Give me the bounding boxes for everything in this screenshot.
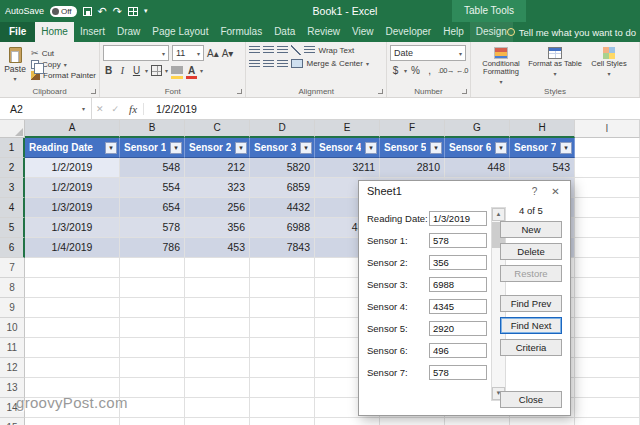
grid-cell-C11[interactable] — [185, 338, 250, 358]
select-all-corner[interactable] — [0, 120, 25, 138]
grid-cell-B9[interactable] — [120, 298, 185, 318]
bold-button[interactable]: B — [103, 65, 114, 76]
dialog-button-restore[interactable]: Restore — [500, 265, 562, 282]
dialog-field-input-sensor-1[interactable] — [429, 233, 487, 248]
dialog-launcher-icon[interactable] — [91, 89, 96, 94]
grid-cell-C4[interactable]: 256 — [185, 198, 250, 218]
comma-style-button[interactable]: , — [424, 65, 435, 76]
orientation-button[interactable] — [291, 45, 301, 55]
grid-cell-A10[interactable] — [25, 318, 120, 338]
tab-developer[interactable]: Developer — [380, 22, 438, 42]
table-header-cell-C1[interactable]: Sensor 2▾ — [185, 138, 250, 158]
grid-cell-C7[interactable] — [185, 258, 250, 278]
cell-styles-button[interactable]: Cell Styles ▾ — [582, 45, 636, 85]
align-bottom-icon[interactable] — [277, 46, 288, 54]
grid-cell-B5[interactable]: 578 — [120, 218, 185, 238]
grid-cell-C13[interactable] — [185, 378, 250, 398]
percent-style-button[interactable]: % — [410, 65, 421, 76]
dialog-button-criteria[interactable]: Criteria — [500, 339, 562, 356]
grid-cell-I5[interactable] — [575, 218, 640, 238]
dialog-field-input-sensor-3[interactable] — [429, 277, 487, 292]
row-header-6[interactable]: 6 — [0, 238, 25, 258]
grid-cell-B3[interactable]: 554 — [120, 178, 185, 198]
grid-cell-B2[interactable]: 548 — [120, 158, 185, 178]
dialog-button-find-prev[interactable]: Find Prev — [500, 295, 562, 312]
grid-cell-D7[interactable] — [250, 258, 315, 278]
grid-cell-C15[interactable] — [185, 418, 250, 425]
grid-cell-C14[interactable] — [185, 398, 250, 418]
grid-cell-I1[interactable] — [575, 138, 640, 158]
tab-review[interactable]: Review — [301, 22, 346, 42]
grid-cell-A5[interactable]: 1/3/2019 — [25, 218, 120, 238]
filter-dropdown-icon[interactable]: ▾ — [235, 142, 247, 154]
grid-cell-C12[interactable] — [185, 358, 250, 378]
grid-cell-C2[interactable]: 212 — [185, 158, 250, 178]
align-top-icon[interactable] — [249, 46, 260, 54]
dialog-button-delete[interactable]: Delete — [500, 243, 562, 260]
row-header-10[interactable]: 10 — [0, 318, 25, 338]
column-header-B[interactable]: B — [120, 120, 185, 138]
filter-dropdown-icon[interactable]: ▾ — [495, 142, 507, 154]
dialog-field-input-sensor-6[interactable] — [429, 343, 487, 358]
grid-cell-D15[interactable] — [250, 418, 315, 425]
grid-cell-D13[interactable] — [250, 378, 315, 398]
grid-cell-B8[interactable] — [120, 278, 185, 298]
name-box[interactable]: A2 ▾ — [0, 98, 92, 120]
grid-cell-I4[interactable] — [575, 198, 640, 218]
grid-cell-C5[interactable]: 356 — [185, 218, 250, 238]
accounting-format-button[interactable]: $ — [390, 65, 401, 76]
grid-cell-B4[interactable]: 654 — [120, 198, 185, 218]
grid-cell-B7[interactable] — [120, 258, 185, 278]
row-header-12[interactable]: 12 — [0, 358, 25, 378]
grid-cell-A3[interactable]: 1/2/2019 — [25, 178, 120, 198]
align-right-icon[interactable] — [277, 60, 288, 68]
tab-view[interactable]: View — [346, 22, 380, 42]
row-header-4[interactable]: 4 — [0, 198, 25, 218]
row-header-2[interactable]: 2 — [0, 158, 25, 178]
dialog-field-input-sensor-7[interactable] — [429, 365, 487, 380]
column-header-H[interactable]: H — [510, 120, 575, 138]
font-color-button[interactable]: A — [186, 65, 197, 76]
grid-cell-G2[interactable]: 448 — [445, 158, 510, 178]
column-header-I[interactable]: I — [575, 120, 640, 138]
autosave-toggle[interactable]: Off — [50, 6, 77, 17]
grid-cell-I15[interactable] — [575, 418, 640, 425]
grid-cell-E2[interactable]: 3211 — [315, 158, 380, 178]
merge-center-button[interactable]: Merge & Center ▾ — [291, 59, 368, 68]
table-header-cell-B1[interactable]: Sensor 1▾ — [120, 138, 185, 158]
grid-cell-D10[interactable] — [250, 318, 315, 338]
row-header-15[interactable]: 15 — [0, 418, 25, 425]
grid-cell-C8[interactable] — [185, 278, 250, 298]
table-header-cell-E1[interactable]: Sensor 4▾ — [315, 138, 380, 158]
grid-cell-A11[interactable] — [25, 338, 120, 358]
grid-cell-C9[interactable] — [185, 298, 250, 318]
enter-icon[interactable]: ✓ — [108, 104, 124, 114]
tab-insert[interactable]: Insert — [74, 22, 111, 42]
borders-button[interactable] — [151, 65, 162, 76]
grid-cell-A2[interactable]: 1/2/2019 — [25, 158, 120, 178]
grid-cell-A4[interactable]: 1/3/2019 — [25, 198, 120, 218]
grid-cell-B11[interactable] — [120, 338, 185, 358]
column-header-G[interactable]: G — [445, 120, 510, 138]
filter-dropdown-icon[interactable]: ▾ — [430, 142, 442, 154]
row-header-3[interactable]: 3 — [0, 178, 25, 198]
dialog-launcher-icon[interactable] — [237, 89, 242, 94]
align-left-icon[interactable] — [249, 60, 260, 68]
tab-help[interactable]: Help — [437, 22, 470, 42]
filter-dropdown-icon[interactable]: ▾ — [560, 142, 572, 154]
grid-cell-H2[interactable]: 543 — [510, 158, 575, 178]
grid-cell-B10[interactable] — [120, 318, 185, 338]
insert-function-icon[interactable]: fx — [123, 103, 144, 115]
grid-cell-I10[interactable] — [575, 318, 640, 338]
tab-formulas[interactable]: Formulas — [214, 22, 268, 42]
undo-icon[interactable]: ↶ — [98, 0, 107, 22]
grid-cell-B13[interactable] — [120, 378, 185, 398]
decrease-font-size-button[interactable]: A▾ — [222, 48, 234, 59]
table-header-cell-F1[interactable]: Sensor 5▾ — [380, 138, 445, 158]
save-icon[interactable] — [83, 7, 92, 16]
grid-cell-F2[interactable]: 2810 — [380, 158, 445, 178]
increase-decimal-button[interactable]: .00→ — [438, 66, 453, 75]
dialog-field-input-sensor-4[interactable] — [429, 299, 487, 314]
copy-button[interactable]: Copy ▾ — [31, 60, 96, 69]
redo-icon[interactable]: ↷ — [113, 0, 122, 22]
